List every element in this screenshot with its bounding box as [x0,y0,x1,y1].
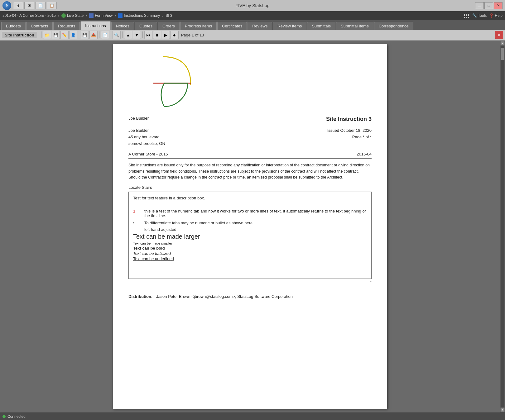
export-button[interactable]: 📤 [89,31,98,39]
desc-numbered-item: 1 this is a test of the numeric tab and … [133,209,367,218]
apps-grid-icon[interactable] [464,13,470,18]
down-button[interactable]: ▼ [133,31,141,39]
form-icon [89,13,94,18]
tab-orders[interactable]: Orders [158,22,180,30]
quick-access-toolbar: 🖨 ✉ 📄 📋 [13,2,57,9]
company-logo [128,54,191,108]
address-line2: 45 any boulevard [128,134,165,141]
edit-button[interactable]: ✏️ [60,31,69,39]
breadcrumb-form-view[interactable]: Form View [89,13,113,18]
desc-italic-text: Text can be Italicized [133,251,367,256]
sep1 [41,31,41,38]
first-button[interactable]: ⏮ [144,31,152,39]
tools-bar: 🔧 Tools ❓ Help [464,13,503,18]
desc-numbered-text: this is a test of the numeric tab and ho… [144,209,367,218]
breadcrumb-sep-3: › [115,13,116,18]
form-title-label: Site Instruction [2,32,37,38]
distribution-row: Distribution: Jason Peter Brown <jbrown@… [128,294,372,299]
nav-tabs: Budgets Contracts Requests Instructions … [0,20,505,30]
tab-quotes[interactable]: Quotes [135,22,157,30]
play-button[interactable]: ▶ [162,31,170,39]
close-doc-button[interactable]: ✕ [495,31,503,39]
doc-button[interactable]: 📄 [101,31,109,39]
body-text: Site Instructions are issued only for th… [128,162,372,180]
tools-button[interactable]: 🔧 Tools [472,13,487,18]
tab-correspondence[interactable]: Correspondence [374,22,413,30]
description-box: Test for text feature in a description b… [128,192,372,279]
document-container[interactable]: Joe Builder Site Instruction 3 Joe Build… [0,41,500,413]
logo-area [128,54,372,110]
zoom-button[interactable]: 🔍 [113,31,121,39]
desc-intro: Test for text feature in a description b… [133,196,367,200]
scroll-thumb[interactable] [501,48,504,60]
title-bar: 5 🖨 ✉ 📄 📋 FIVE by StatsLog — □ ✕ [0,0,505,11]
breadcrumb-sep-2: › [86,13,87,18]
app-title: FIVE by StatsLog [236,3,270,8]
maximize-button[interactable]: □ [484,2,493,9]
close-button[interactable]: ✕ [494,2,503,9]
prev-button[interactable]: ⏸ [153,31,161,39]
si-title: Site Instruction 3 [326,116,372,122]
breadcrumb-instructions-label: Instructions Summary [124,13,160,18]
section-title: Locate Stairs [128,185,372,190]
recipient-name: Joe Builder [128,116,149,121]
address-block: Joe Builder 45 any boulevard somewhereel… [128,127,165,147]
folder-button[interactable]: 📁 [43,31,51,39]
desc-bullet-symbol: • [133,221,139,225]
scroll-down-arrow[interactable]: ▼ [500,408,505,412]
project-code: 2015-04 [357,152,372,156]
right-scrollbar[interactable]: ▲ ▼ [500,41,505,413]
up-button[interactable]: ▲ [124,31,132,39]
breadcrumb-sep-1: › [58,13,59,18]
scroll-track[interactable] [501,46,504,407]
tab-instructions[interactable]: Instructions [80,21,110,30]
breadcrumb-project-label: 2015-04 - A Corner Store - 2015 [2,13,56,18]
floppy-button[interactable]: 💾 [81,31,89,39]
clipboard-button[interactable]: 📋 [47,2,57,9]
last-button[interactable]: ⏭ [171,31,179,39]
tab-progress-items[interactable]: Progress Items [180,22,217,30]
breadcrumb-live-state[interactable]: Live State [61,13,84,18]
desc-underline-text: Text can be underlined [133,256,367,261]
inst-icon [118,13,123,18]
desc-num: 1 [133,209,139,218]
minimize-button[interactable]: — [475,2,484,9]
tab-submittals[interactable]: Submittals [307,22,335,30]
address-line1: Joe Builder [128,127,165,134]
distribution-label: Distribution: [128,294,152,299]
status-bar: Connected [0,413,505,420]
desc-small-text: Text can be made smaller [133,241,367,245]
email-button[interactable]: ✉ [24,2,34,9]
issued-date: Issued October 18, 2020 [327,127,372,134]
tab-contracts[interactable]: Contracts [26,22,53,30]
breadcrumb-si[interactable]: SI 3 [166,13,172,18]
document-toolbar: Site Instruction 📁 💾 ✏️ 👤 💾 📤 📄 🔍 ▲ ▼ ⏮ … [0,30,505,41]
desc-left-adjusted: left hand adjusted [144,227,367,232]
save-button[interactable]: 💾 [52,31,60,39]
people-button[interactable]: 👤 [69,31,77,39]
tab-review-items[interactable]: Review Items [273,22,306,30]
tab-notices[interactable]: Notices [111,22,134,30]
tab-requests[interactable]: Requests [53,22,80,30]
page-ref: Page * of * [327,134,372,141]
sep4 [111,31,111,38]
tab-reviews[interactable]: Reviews [248,22,272,30]
scroll-up-arrow[interactable]: ▲ [500,41,505,45]
doc-title-row: Joe Builder Site Instruction 3 [128,116,372,122]
help-button[interactable]: ❓ Help [489,13,503,18]
status-text: Connected [7,414,26,419]
tab-budgets[interactable]: Budgets [1,22,26,30]
breadcrumb-bar: 2015-04 - A Corner Store - 2015 › Live S… [0,11,505,20]
tab-submittal-items[interactable]: Submittal Items [336,22,373,30]
tab-certificates[interactable]: Certificates [217,22,247,30]
breadcrumb-si-label: SI 3 [166,13,172,18]
sep2 [79,31,79,38]
page-info: Page 1 of 18 [181,33,204,37]
breadcrumb-instructions[interactable]: Instructions Summary [118,13,160,18]
print-button[interactable]: 🖨 [13,2,23,9]
pdf-button[interactable]: 📄 [36,2,46,9]
desc-large-text: Text can be made larger [133,233,367,240]
address-issued-row: Joe Builder 45 any boulevard somewhereel… [128,127,372,147]
desc-bold-text: Text can be bold [133,246,367,251]
breadcrumb-project[interactable]: 2015-04 - A Corner Store - 2015 [2,13,56,18]
